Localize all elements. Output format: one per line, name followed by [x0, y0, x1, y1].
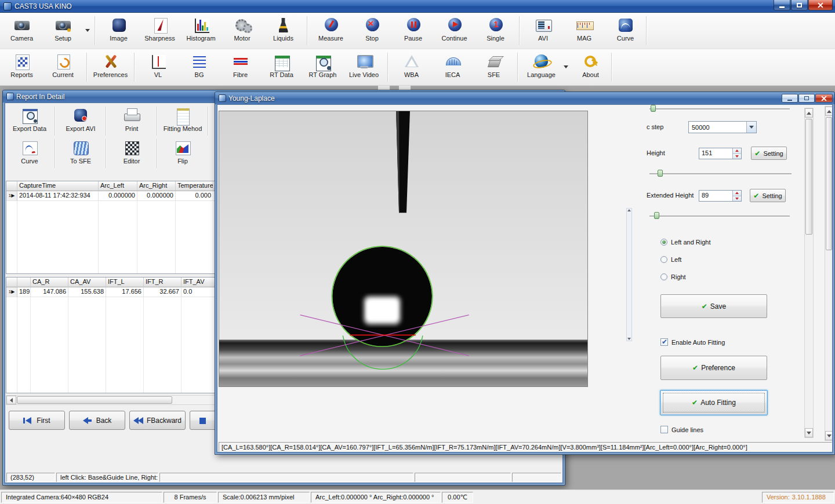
yl-minimize-button[interactable] — [782, 94, 798, 103]
dropdown-button[interactable] — [746, 122, 756, 133]
scroll-up-button[interactable] — [805, 108, 813, 118]
slider-thumb[interactable] — [658, 170, 663, 177]
first-button[interactable]: First — [9, 411, 65, 430]
column-header[interactable]: IFT_AV — [181, 277, 219, 287]
toolbar-button[interactable]: MAG — [564, 15, 605, 46]
cell-ift-av[interactable]: 0.0 — [181, 287, 219, 297]
toolbar-button[interactable]: Language — [521, 52, 562, 83]
toolbar-button[interactable]: VL — [137, 52, 179, 83]
toolbar-button[interactable]: Pause — [393, 15, 434, 46]
slider-thumb[interactable] — [654, 212, 659, 219]
radio-left-and-right[interactable]: Left and Right — [660, 239, 711, 246]
radio-right[interactable]: Right — [660, 273, 686, 280]
toolbar-button[interactable]: Setup — [42, 15, 84, 46]
column-header[interactable]: Temperature — [176, 181, 213, 191]
report-toolbar-button[interactable]: To SFE — [57, 138, 104, 169]
maximize-button[interactable] — [791, 0, 808, 10]
extended-height-setting-button[interactable]: ✔ Setting — [750, 189, 786, 202]
minimize-button[interactable] — [774, 0, 790, 10]
toolbar-button[interactable]: RT Data — [261, 52, 302, 83]
report-toolbar-button[interactable]: Editor — [108, 138, 155, 169]
toolbar-button[interactable]: RT Graph — [302, 52, 343, 83]
column-header[interactable]: CA_R — [31, 277, 68, 287]
vscrollbar-thumb[interactable] — [805, 119, 812, 235]
toolbar-button[interactable]: Preferences — [90, 52, 131, 83]
toolbar-button[interactable]: Image — [98, 15, 139, 46]
auto-fitting-button[interactable]: ✔ Auto Fitting — [660, 390, 768, 415]
toolbar-button[interactable]: Motor — [222, 15, 263, 46]
extended-height-spinner[interactable] — [732, 191, 741, 201]
toolbar-button[interactable]: Single — [475, 15, 516, 46]
window-vscrollbar[interactable] — [825, 106, 833, 441]
spin-down-icon[interactable] — [733, 196, 741, 202]
slider-thumb[interactable] — [651, 105, 656, 112]
toolbar-button[interactable]: Current — [42, 52, 84, 83]
toolbar-button[interactable]: Camera — [1, 15, 42, 46]
top-slider[interactable] — [649, 105, 790, 112]
column-header[interactable]: IFT_L — [106, 277, 144, 287]
radio-left[interactable]: Left — [660, 256, 681, 263]
cell-arc-left[interactable]: 0.000000 — [99, 191, 137, 201]
guide-lines-checkbox[interactable]: Guide lines — [660, 426, 703, 433]
spin-up-icon[interactable] — [733, 148, 741, 154]
toolbar-button[interactable]: WBA — [391, 52, 432, 83]
height-setting-button[interactable]: ✔ Setting — [751, 147, 787, 160]
cell-ca-r[interactable]: 147.086 — [31, 287, 68, 297]
toolbar-button[interactable]: Reports — [1, 52, 42, 83]
cell-capture-time[interactable]: 2014-08-11 17:42:32:934 — [17, 191, 99, 201]
toolbar-button[interactable]: Liquids — [263, 15, 304, 46]
scroll-down-button[interactable] — [805, 428, 813, 437]
report-toolbar-button[interactable]: Curve — [6, 138, 53, 169]
report-toolbar-button[interactable]: Print — [108, 105, 155, 137]
yl-close-button[interactable] — [815, 94, 833, 103]
report-toolbar-button[interactable]: Fitting Mehod — [159, 105, 206, 137]
panel-vscrollbar[interactable] — [804, 108, 814, 438]
column-header[interactable]: IFT_R — [144, 277, 181, 287]
toolbar-button[interactable]: Measure — [310, 15, 351, 46]
spin-down-icon[interactable] — [733, 154, 741, 159]
yl-window-titlebar[interactable]: Young-Laplace — [215, 92, 834, 104]
title-bar[interactable]: CAST3 USA KINO — [0, 0, 835, 13]
cell-ift-r[interactable]: 32.667 — [144, 287, 181, 297]
toolbar-button[interactable]: BG — [179, 52, 220, 83]
toolbar-button[interactable]: AVI — [522, 15, 564, 46]
vscrollbar-thumb[interactable] — [826, 117, 832, 250]
column-header[interactable]: Arc_Left — [99, 181, 137, 191]
close-button[interactable] — [808, 0, 833, 10]
column-header[interactable] — [17, 277, 31, 287]
column-header[interactable]: CA_AV — [68, 277, 106, 287]
report-toolbar-button[interactable]: Export Data — [6, 105, 53, 137]
back-button[interactable]: Back — [69, 411, 125, 430]
column-header[interactable]: CaptureTime — [17, 181, 99, 191]
preference-button[interactable]: ✔ Preference — [660, 356, 767, 380]
column-header[interactable]: Arc_Right — [137, 181, 176, 191]
image-mini-scrollbar[interactable] — [626, 208, 632, 341]
height-input[interactable]: 151 — [699, 148, 742, 159]
extended-height-slider[interactable] — [649, 212, 790, 219]
c-step-select[interactable]: 50000 — [688, 121, 757, 133]
toolbar-button[interactable]: About — [570, 52, 611, 83]
cell-temperature[interactable]: 0.000 — [176, 191, 213, 201]
fbackward-button[interactable]: FBackward — [129, 411, 186, 430]
cell-ca-av[interactable]: 155.638 — [68, 287, 106, 297]
scroll-down-icon[interactable] — [627, 338, 631, 340]
cell-ift-l[interactable]: 17.656 — [106, 287, 144, 297]
scroll-up-icon[interactable] — [627, 209, 631, 211]
save-button[interactable]: ✔ Save — [660, 294, 767, 318]
scroll-up-button[interactable] — [825, 107, 833, 116]
yl-maximize-button[interactable] — [798, 94, 815, 103]
toolbar-button[interactable]: Continue — [434, 15, 475, 46]
toolbar-button[interactable]: Sharpness — [139, 15, 180, 46]
drop-image[interactable] — [219, 111, 588, 387]
toolbar-button[interactable]: SFE — [473, 52, 514, 83]
report-toolbar-button[interactable]: Export AVI — [57, 105, 104, 137]
hscrollbar-thumb[interactable] — [17, 396, 172, 404]
extended-height-input[interactable]: 89 — [699, 190, 742, 202]
cell-index[interactable]: 189 — [17, 287, 31, 297]
toolbar-button[interactable]: Histogram — [180, 15, 222, 46]
toolbar-button[interactable]: Curve — [605, 15, 646, 46]
toolbar-button[interactable]: Live Video — [343, 52, 384, 83]
height-spinner[interactable] — [732, 148, 741, 159]
enable-auto-fitting-checkbox[interactable]: Enable Auto Fitting — [660, 338, 725, 346]
scroll-left-button[interactable] — [6, 396, 16, 404]
